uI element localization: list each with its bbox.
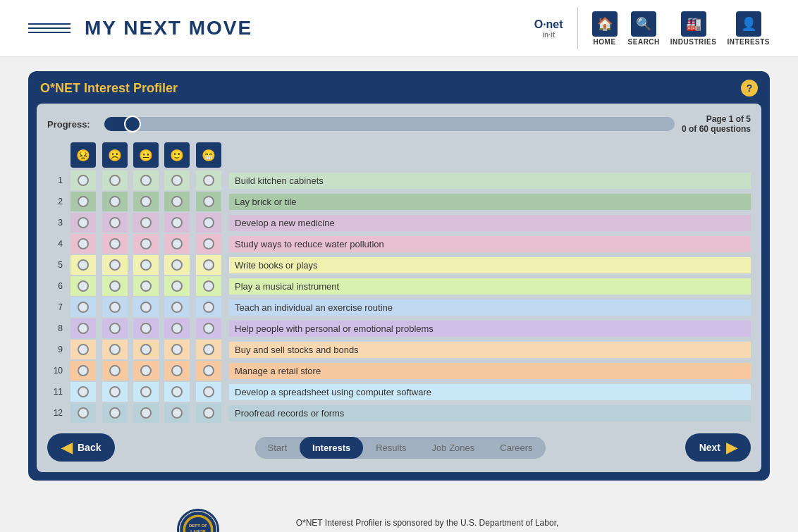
radio-9-5[interactable] bbox=[203, 344, 214, 355]
nav-home[interactable]: 🏠 HOME bbox=[592, 11, 618, 46]
next-button[interactable]: Next ▶ bbox=[685, 433, 751, 462]
question-text: Play a musical instrument bbox=[229, 278, 751, 295]
radio-8-3[interactable] bbox=[140, 323, 152, 334]
radio-11-5[interactable] bbox=[203, 386, 214, 397]
radio-cell bbox=[196, 171, 221, 190]
radio-8-4[interactable] bbox=[171, 323, 183, 334]
radio-3-3[interactable] bbox=[140, 217, 152, 228]
question-num: 10 bbox=[47, 366, 68, 376]
radio-cell bbox=[102, 234, 128, 254]
radio-8-1[interactable] bbox=[78, 323, 89, 334]
step-interests[interactable]: Interests bbox=[300, 437, 363, 459]
back-button[interactable]: ◀ Back bbox=[47, 433, 115, 462]
logo-area: MY NEXT MOVE bbox=[28, 17, 252, 39]
radio-12-5[interactable] bbox=[203, 407, 214, 419]
radio-9-2[interactable] bbox=[109, 344, 121, 355]
radio-12-4[interactable] bbox=[171, 407, 183, 419]
radio-5-3[interactable] bbox=[140, 259, 152, 271]
question-radios bbox=[68, 255, 223, 275]
radio-7-1[interactable] bbox=[78, 302, 89, 313]
radio-10-1[interactable] bbox=[78, 365, 89, 376]
radio-4-4[interactable] bbox=[171, 238, 183, 249]
radio-4-2[interactable] bbox=[109, 238, 121, 249]
radio-5-2[interactable] bbox=[109, 259, 121, 271]
radio-cell bbox=[164, 340, 190, 359]
radio-9-4[interactable] bbox=[171, 344, 183, 355]
interests-icon: 👤 bbox=[736, 11, 761, 37]
radio-10-4[interactable] bbox=[171, 365, 183, 376]
question-radios bbox=[68, 340, 223, 359]
radio-cell bbox=[102, 403, 128, 423]
radio-6-4[interactable] bbox=[171, 280, 183, 292]
step-start[interactable]: Start bbox=[255, 437, 300, 459]
radio-cell bbox=[133, 171, 159, 190]
radio-10-2[interactable] bbox=[109, 365, 121, 376]
radio-9-1[interactable] bbox=[78, 344, 89, 355]
radio-cell bbox=[164, 255, 190, 275]
sponsor-text-1: O*NET Interest Profiler is sponsored by … bbox=[296, 518, 559, 528]
radio-cell bbox=[164, 403, 190, 423]
radio-8-5[interactable] bbox=[203, 323, 214, 334]
radio-1-4[interactable] bbox=[171, 175, 183, 186]
radio-1-1[interactable] bbox=[78, 175, 89, 186]
radio-12-2[interactable] bbox=[109, 407, 121, 419]
radio-6-1[interactable] bbox=[78, 280, 89, 292]
radio-2-2[interactable] bbox=[109, 196, 121, 207]
nav-industries[interactable]: 🏭 INDUSTRIES bbox=[670, 11, 717, 46]
radio-12-3[interactable] bbox=[140, 407, 152, 419]
radio-11-4[interactable] bbox=[171, 386, 183, 397]
radio-11-2[interactable] bbox=[109, 386, 121, 397]
radio-6-5[interactable] bbox=[203, 280, 214, 292]
radio-11-1[interactable] bbox=[78, 386, 89, 397]
question-num: 1 bbox=[47, 175, 68, 185]
radio-2-5[interactable] bbox=[203, 196, 214, 207]
table-row: 12 Proofread records or forms bbox=[47, 403, 751, 423]
radio-3-4[interactable] bbox=[171, 217, 183, 228]
radio-11-3[interactable] bbox=[140, 386, 152, 397]
radio-4-3[interactable] bbox=[140, 238, 152, 249]
radio-2-1[interactable] bbox=[78, 196, 89, 207]
step-careers[interactable]: Careers bbox=[487, 437, 545, 459]
question-radios bbox=[68, 297, 223, 317]
radio-4-1[interactable] bbox=[78, 238, 89, 249]
question-text: Buy and sell stocks and bonds bbox=[229, 342, 751, 358]
radio-8-2[interactable] bbox=[109, 323, 121, 334]
step-results[interactable]: Results bbox=[363, 437, 419, 459]
question-radios bbox=[68, 213, 223, 233]
radio-7-3[interactable] bbox=[140, 302, 152, 313]
nav-icons: 🏠 HOME 🔍 SEARCH 🏭 INDUSTRIES 👤 INTERESTS bbox=[592, 11, 770, 46]
site-logo[interactable]: MY NEXT MOVE bbox=[85, 17, 252, 39]
radio-6-2[interactable] bbox=[109, 280, 121, 292]
radio-3-5[interactable] bbox=[203, 217, 214, 228]
radio-7-5[interactable] bbox=[203, 302, 214, 313]
radio-1-3[interactable] bbox=[140, 175, 152, 186]
radio-1-2[interactable] bbox=[109, 175, 121, 186]
radio-1-5[interactable] bbox=[203, 175, 214, 186]
radio-2-4[interactable] bbox=[171, 196, 183, 207]
radio-3-2[interactable] bbox=[109, 217, 121, 228]
radio-12-1[interactable] bbox=[78, 407, 89, 419]
next-arrow-icon: ▶ bbox=[726, 439, 737, 456]
radio-5-5[interactable] bbox=[203, 259, 214, 271]
radio-2-3[interactable] bbox=[140, 196, 152, 207]
nav-search[interactable]: 🔍 SEARCH bbox=[628, 11, 660, 46]
radio-9-3[interactable] bbox=[140, 344, 152, 355]
rating-icon-5: 😁 bbox=[196, 142, 221, 168]
radio-5-4[interactable] bbox=[171, 259, 183, 271]
radio-cell bbox=[70, 171, 96, 190]
radio-10-5[interactable] bbox=[203, 365, 214, 376]
radio-3-1[interactable] bbox=[78, 217, 89, 228]
radio-5-1[interactable] bbox=[78, 259, 89, 271]
radio-4-5[interactable] bbox=[203, 238, 214, 249]
nav-interests[interactable]: 👤 INTERESTS bbox=[727, 11, 770, 46]
radio-cell bbox=[102, 340, 128, 359]
radio-10-3[interactable] bbox=[140, 365, 152, 376]
radio-6-3[interactable] bbox=[140, 280, 152, 292]
radio-cell bbox=[164, 234, 190, 254]
radio-7-2[interactable] bbox=[109, 302, 121, 313]
step-jobzones[interactable]: Job Zones bbox=[419, 437, 488, 459]
help-button[interactable]: ? bbox=[741, 80, 758, 97]
radio-7-4[interactable] bbox=[171, 302, 183, 313]
rating-icon-4: 🙂 bbox=[164, 142, 190, 168]
interests-label: INTERESTS bbox=[727, 38, 770, 46]
